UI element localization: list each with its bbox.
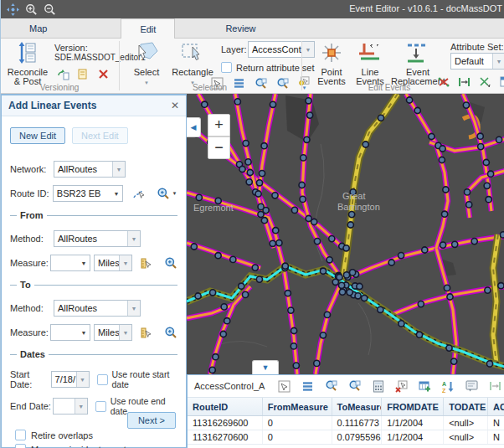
use-route-end-date-checkbox[interactable] [95, 401, 106, 412]
return-attribute-checkbox[interactable] [221, 62, 232, 73]
end-date-combo-arrow[interactable]: ▼ [75, 399, 87, 414]
zoom-to-route-icon[interactable]: ▼ [156, 187, 177, 201]
tab-map[interactable]: Map [11, 18, 65, 39]
from-measure-combo-arrow[interactable]: ▼ [78, 260, 90, 266]
from-measure-on-map-icon[interactable] [139, 256, 153, 270]
delete-version-icon[interactable] [96, 67, 111, 81]
table-clear-selection-icon[interactable] [394, 379, 409, 394]
to-zoom-icon[interactable] [163, 326, 177, 340]
rectangle-tool-button[interactable]: Rectangle ▼ [170, 40, 215, 86]
table-measure-icon[interactable] [488, 379, 502, 394]
from-zoom-icon[interactable] [163, 256, 177, 270]
close-icon[interactable]: ✕ [171, 100, 179, 111]
table-calculator-icon[interactable] [371, 379, 385, 394]
to-method-dropdown-arrow[interactable]: ▼ [127, 301, 140, 316]
table-column-header[interactable]: RouteID [188, 398, 263, 415]
from-units-dropdown[interactable]: Miles▼ [94, 255, 132, 271]
add-linear-events-panel: Add Linear Events ✕ New Edit Next Edit N… [1, 94, 187, 448]
end-date-combo[interactable]: ▼ [53, 398, 88, 415]
layer-dropdown[interactable]: AccessControl_A▼ [248, 41, 315, 58]
table-zoom-selected-icon[interactable] [324, 379, 338, 394]
to-method-label: Method: [10, 303, 54, 313]
to-measure-on-map-icon[interactable] [139, 326, 153, 340]
zoom-in-icon[interactable] [24, 3, 39, 17]
point-events-button[interactable]: Point Events [312, 40, 351, 86]
start-date-combo-arrow[interactable]: ▼ [76, 372, 89, 387]
version-label: Version: [54, 43, 88, 53]
map-graphics: Egremont Great Barrington [187, 94, 504, 374]
from-measure-combo[interactable]: ▼ [50, 255, 90, 271]
network-dropdown-arrow[interactable]: ▼ [112, 162, 125, 177]
collapse-panel-left-button[interactable]: ◀ [187, 117, 201, 137]
svg-text:A: A [442, 381, 446, 387]
rectangle-tool-icon [170, 42, 215, 65]
table-select-icon[interactable] [277, 379, 291, 394]
from-method-dropdown[interactable]: AllRoutes▼ [54, 230, 141, 247]
map-label-egremont: Egremont [193, 203, 234, 213]
start-date-label: Start Date: [10, 369, 51, 389]
table-column-header[interactable]: FromMeasure [263, 398, 332, 415]
network-dropdown[interactable]: AllRoutes▼ [54, 161, 126, 178]
table-row[interactable]: 1131626960000.11167731/1/2004<null>N [188, 416, 504, 430]
new-version-icon[interactable] [76, 67, 90, 81]
zoom-out-icon[interactable] [43, 3, 57, 17]
table-column-header[interactable]: TODATE [444, 398, 488, 415]
reconcile-post-icon [3, 42, 53, 65]
ribbon: Reconcile & Post Version: SDE.MASSDOT_ed… [1, 39, 504, 94]
select-route-on-map-icon[interactable] [131, 187, 146, 201]
next-edit-button[interactable]: Next Edit [72, 127, 128, 144]
merge-events-icon[interactable] [478, 75, 492, 89]
attribute-window-icon[interactable] [499, 75, 504, 89]
use-route-start-date-checkbox[interactable] [97, 374, 108, 385]
map-zoom-out-button[interactable]: − [208, 136, 230, 159]
to-units-dropdown[interactable]: Miles▼ [94, 324, 132, 341]
new-edit-button[interactable]: New Edit [10, 127, 65, 144]
start-date-combo[interactable]: 7/18/▼ [51, 371, 90, 388]
table-cell: 11316269600 [188, 416, 263, 430]
table-popup-icon[interactable] [465, 379, 479, 394]
to-units-dropdown-arrow[interactable]: ▼ [119, 325, 131, 340]
versioning-group-label: Versioning [1, 83, 118, 92]
from-method-dropdown-arrow[interactable]: ▼ [127, 231, 140, 246]
table-column-header[interactable]: FROMDATE [382, 398, 444, 415]
table-cell: <null> [444, 430, 488, 444]
attribute-set-dropdown[interactable]: Default▼ [450, 53, 504, 70]
map-canvas[interactable]: Egremont Great Barrington ◀ + − ▼ [187, 94, 504, 374]
pan-icon[interactable] [6, 3, 20, 17]
table-list-icon[interactable] [301, 379, 315, 394]
to-measure-combo-arrow[interactable]: ▼ [78, 330, 90, 336]
retire-overlaps-checkbox[interactable] [15, 430, 26, 440]
merge-coincident-checkbox[interactable] [15, 444, 26, 448]
svg-text:Z: Z [442, 387, 446, 393]
from-units-dropdown-arrow[interactable]: ▼ [119, 255, 131, 270]
route-id-combo-arrow[interactable]: ▼ [111, 191, 122, 197]
map-zoom-in-button[interactable]: + [208, 114, 230, 136]
table-pan-selected-icon[interactable] [347, 379, 362, 394]
collapse-table-button[interactable]: ▼ [252, 360, 279, 374]
layer-label: Layer: [221, 44, 247, 54]
edit-events-group-label: Edit Events [301, 83, 477, 92]
tab-review[interactable]: Review [207, 18, 274, 39]
table-column-header[interactable]: ToMeasure [332, 398, 383, 415]
select-tool-button[interactable]: Select ▼ [126, 40, 167, 86]
table-cell: 11316270600 [188, 430, 263, 444]
route-id-combo[interactable]: BSR23 EB▼ [53, 185, 123, 202]
event-editor-window: Event Editor - v10.6.1 - docMassDOT Map … [0, 0, 504, 448]
table-column-header[interactable]: AC [488, 398, 504, 415]
next-button[interactable]: Next > [127, 412, 176, 429]
attribute-set-label: Attribute Set: [450, 42, 504, 52]
table-body: 1131626960000.11167731/1/2004<null>N1131… [188, 416, 504, 445]
tab-edit[interactable]: Edit [121, 18, 175, 39]
to-measure-combo[interactable]: ▼ [50, 324, 90, 341]
table-row[interactable]: 1131627060000.07955961/1/2004<null>N [188, 430, 504, 445]
table-sort-icon[interactable]: AZ [441, 379, 455, 394]
to-method-dropdown[interactable]: AllRoutes▼ [54, 300, 141, 317]
table-cell: 0 [263, 430, 332, 444]
attribute-set-dropdown-arrow[interactable]: ▼ [492, 54, 504, 69]
table-cell: 1/1/2004 [382, 416, 444, 430]
conflicts-icon[interactable] [56, 67, 70, 81]
table-cell: N [488, 416, 504, 430]
table-add-records-icon[interactable] [418, 379, 432, 394]
line-events-button[interactable]: Line Events [352, 40, 388, 86]
reconcile-post-button[interactable]: Reconcile & Post [3, 40, 53, 86]
